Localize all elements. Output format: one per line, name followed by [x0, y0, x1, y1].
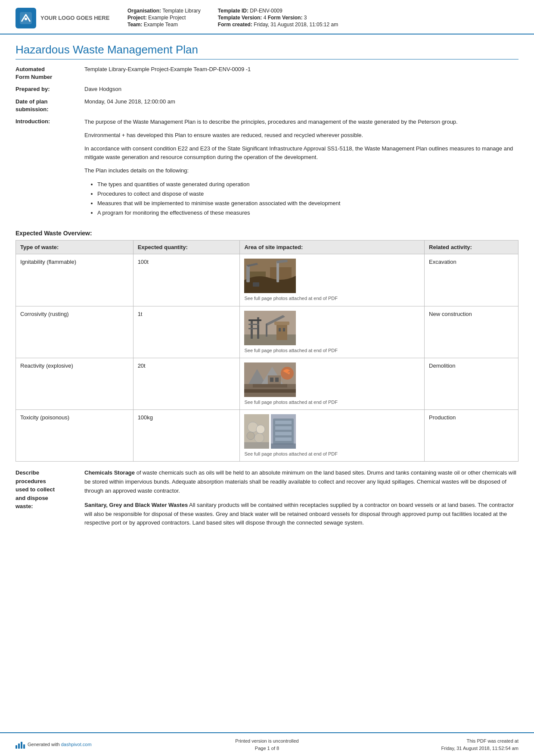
footer-bars-icon	[16, 741, 25, 749]
svg-rect-40	[275, 426, 292, 430]
svg-rect-27	[275, 378, 279, 382]
describe-value: Chemicals Storage of waste chemicals suc…	[84, 469, 518, 532]
form-created-label: Form created:	[218, 22, 252, 28]
svg-rect-43	[271, 444, 296, 449]
bullet-item-2: Procedures to collect and dispose of was…	[97, 189, 518, 199]
bar-3	[21, 742, 22, 749]
waste-type-3: Reactivity (explosive)	[16, 358, 134, 409]
svg-rect-19	[279, 328, 281, 331]
form-created-row: Form created: Friday, 31 August 2018, 11…	[218, 22, 338, 28]
footer-created-label: This PDF was created at	[351, 737, 518, 745]
svg-rect-14	[248, 324, 259, 325]
describe-row: Describeproceduresused to collectand dis…	[16, 469, 518, 532]
img-caption-3: See full page photos attached at end of …	[244, 399, 420, 405]
describe-para-1: Chemicals Storage of waste chemicals suc…	[84, 469, 518, 495]
logo-svg	[19, 11, 33, 25]
date-label: Date of plansubmission:	[16, 98, 84, 113]
form-number-row: AutomatedForm Number Template Library-Ex…	[16, 66, 518, 81]
header: YOUR LOGO GOES HERE Organisation: Templa…	[0, 0, 534, 34]
img-caption-4: See full page photos attached at end of …	[244, 451, 420, 457]
footer-right: This PDF was created at Friday, 31 Augus…	[351, 737, 518, 752]
template-version-label: Template Version:	[218, 15, 262, 21]
header-meta: Organisation: Template Library Project: …	[127, 8, 518, 28]
template-id-label: Template ID:	[218, 8, 248, 14]
doc-title: Hazardous Waste Management Plan	[16, 43, 518, 59]
form-number-value: Template Library-Example Project-Example…	[84, 66, 518, 81]
template-id-value: DP-ENV-0009	[250, 8, 282, 14]
waste-qty-1: 100t	[133, 254, 240, 306]
table-row: Ignitability (flammable) 100t	[16, 254, 518, 306]
prepared-by-label: Prepared by:	[16, 85, 84, 93]
header-col-left: Organisation: Template Library Project: …	[127, 8, 201, 28]
svg-rect-42	[275, 437, 292, 441]
bar-4	[23, 744, 25, 749]
project-row: Project: Example Project	[127, 15, 201, 21]
svg-point-35	[255, 433, 264, 443]
excavation-svg	[244, 259, 296, 293]
org-value: Template Library	[162, 8, 201, 14]
waste-activity-3: Demolition	[425, 358, 518, 409]
template-version-row: Template Version: 4 Form Version: 3	[218, 15, 338, 21]
waste-table: Type of waste: Expected quantity: Area o…	[16, 240, 518, 462]
footer-link[interactable]: dashpivot.com	[61, 742, 92, 747]
bullet-item-1: The types and quantities of waste genera…	[97, 180, 518, 189]
svg-point-1	[25, 18, 27, 20]
waste-area-2: See full page photos attached at end of …	[240, 306, 425, 358]
prepared-by-row: Prepared by: Dave Hodgson	[16, 85, 518, 93]
waste-activity-4: Production	[425, 410, 518, 462]
team-label: Team:	[127, 22, 142, 28]
table-row: Toxicity (poisonous) 100kg	[16, 410, 518, 462]
svg-rect-7	[276, 261, 279, 282]
footer-center: Printed version is uncontrolled Page 1 o…	[183, 737, 351, 752]
intro-row: Introduction: The purpose of the Waste M…	[16, 118, 518, 222]
intro-para-3: In accordance with consent condition E22…	[84, 144, 518, 162]
intro-label: Introduction:	[16, 118, 84, 222]
waste-area-1: See full page photos attached at end of …	[240, 254, 425, 306]
describe-label: Describeproceduresused to collectand dis…	[16, 469, 84, 532]
waste-qty-2: 1t	[133, 306, 240, 358]
footer: Generated with dashpivot.com Printed ver…	[0, 732, 534, 756]
form-number-label: AutomatedForm Number	[16, 66, 84, 81]
bullet-item-4: A program for monitoring the effectivene…	[97, 208, 518, 218]
org-row: Organisation: Template Library	[127, 8, 201, 14]
svg-rect-30	[244, 389, 296, 393]
col-type: Type of waste:	[16, 241, 134, 254]
table-section-title: Expected Waste Overview:	[16, 230, 518, 237]
footer-page: Page 1 of 8	[183, 745, 351, 752]
describe-bold-1: Chemicals Storage	[84, 469, 135, 476]
date-row: Date of plansubmission: Monday, 04 June …	[16, 98, 518, 113]
bar-1	[16, 745, 17, 749]
svg-rect-6	[246, 265, 250, 282]
form-version-value: 3	[304, 15, 307, 21]
footer-generated-label: Generated with	[28, 742, 60, 747]
waste-qty-3: 20t	[133, 358, 240, 409]
toxicity-image-1	[244, 414, 269, 449]
page: YOUR LOGO GOES HERE Organisation: Templa…	[0, 0, 534, 756]
img-caption-2: See full page photos attached at end of …	[244, 347, 420, 353]
toxicity-svg-1	[244, 414, 269, 449]
waste-area-3: See full page photos attached at end of …	[240, 358, 425, 409]
logo-area: YOUR LOGO GOES HERE	[16, 8, 115, 28]
form-created-value: Friday, 31 August 2018, 11:05:12 am	[254, 22, 338, 28]
footer-left: Generated with dashpivot.com	[16, 741, 183, 749]
footer-uncontrolled: Printed version is uncontrolled	[183, 737, 351, 745]
svg-rect-13	[248, 319, 261, 321]
img-caption-1: See full page photos attached at end of …	[244, 295, 420, 301]
main-content: Hazardous Waste Management Plan Automate…	[0, 34, 534, 732]
toxicity-images	[244, 414, 420, 451]
col-area: Area of site impacted:	[240, 241, 425, 254]
waste-activity-1: Excavation	[425, 254, 518, 306]
footer-created-date: Friday, 31 August 2018, 11:52:54 am	[351, 745, 518, 752]
intro-para-2: Environmental + has developed this Plan …	[84, 131, 518, 140]
svg-rect-17	[274, 322, 289, 325]
waste-area-4: See full page photos attached at end of …	[240, 410, 425, 462]
svg-rect-39	[275, 421, 292, 424]
construction-image	[244, 311, 296, 345]
template-id-row: Template ID: DP-ENV-0009	[218, 8, 338, 14]
bullet-item-3: Measures that will be implemented to min…	[97, 199, 518, 208]
bullet-list: The types and quantities of waste genera…	[97, 180, 518, 218]
org-label: Organisation:	[127, 8, 161, 14]
svg-rect-15	[248, 328, 257, 329]
toxicity-svg-2	[271, 414, 296, 449]
waste-type-1: Ignitability (flammable)	[16, 254, 134, 306]
